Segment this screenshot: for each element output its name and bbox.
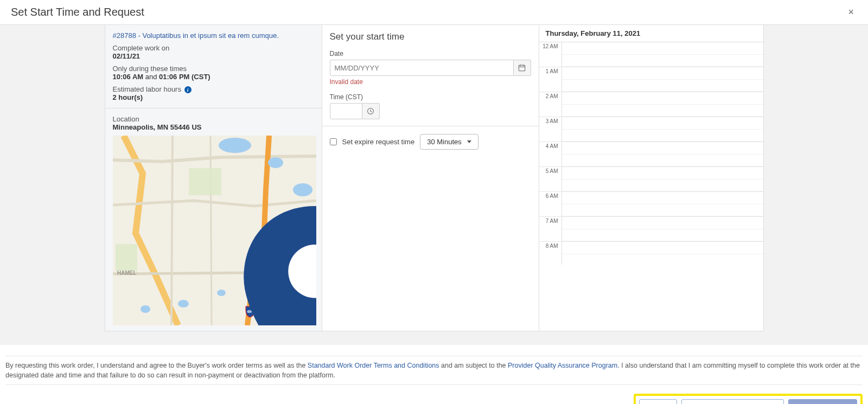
complete-value: 02/11/21 xyxy=(113,52,314,60)
hour-label: 2 AM xyxy=(539,92,562,117)
left-column: #28788 - Voluptatibus in et ipsum sit ea… xyxy=(105,25,322,331)
hour-row[interactable]: 6 AM xyxy=(539,192,763,217)
svg-point-7 xyxy=(293,183,312,196)
est-label: Estimated labor hours xyxy=(113,85,183,93)
hour-slot[interactable] xyxy=(562,242,763,265)
hour-slot[interactable] xyxy=(562,92,763,117)
location-label: Location xyxy=(113,115,314,123)
est-label-row: Estimated labor hours i xyxy=(113,85,314,93)
footer-text-1: By requesting this work order, I underst… xyxy=(5,362,308,369)
date-input-group xyxy=(330,60,531,76)
calendar-icon[interactable] xyxy=(514,60,531,76)
close-icon[interactable]: × xyxy=(845,5,857,19)
svg-line-18 xyxy=(371,111,372,112)
svg-point-5 xyxy=(178,300,189,307)
hour-label: 5 AM xyxy=(539,167,562,191)
svg-rect-9 xyxy=(189,168,221,195)
time-input[interactable] xyxy=(330,103,362,119)
svg-point-8 xyxy=(141,305,150,313)
svg-point-1 xyxy=(219,138,251,153)
clock-icon[interactable] xyxy=(362,103,380,119)
modal-title: Set Start Time and Request xyxy=(11,6,144,18)
action-highlight: Cancel Request Without Start Time Set an… xyxy=(634,394,863,404)
expire-section: Set expire request time 30 Minutes xyxy=(322,126,539,157)
wo-summary: #28788 - Voluptatibus in et ipsum sit ea… xyxy=(105,25,322,108)
map-city-label: HAMEL xyxy=(117,270,137,276)
hour-slot[interactable] xyxy=(562,167,763,191)
info-icon[interactable]: i xyxy=(184,86,192,93)
content-wrap: #28788 - Voluptatibus in et ipsum sit ea… xyxy=(0,25,868,345)
hour-row[interactable]: 2 AM xyxy=(539,92,763,117)
date-input[interactable] xyxy=(330,60,514,76)
hour-label: 6 AM xyxy=(539,192,562,216)
request-without-start-button[interactable]: Request Without Start Time xyxy=(681,399,784,404)
expire-checkbox[interactable] xyxy=(330,138,337,145)
svg-point-2 xyxy=(268,157,283,168)
time-input-group xyxy=(330,103,531,119)
cancel-button[interactable]: Cancel xyxy=(639,399,677,404)
day-header: Thursday, February 11, 2021 xyxy=(539,25,763,42)
hour-label: 4 AM xyxy=(539,142,562,166)
set-and-request-button[interactable]: Set and Request xyxy=(788,399,857,404)
start-time-form: Set your start time Date Invalid date Ti… xyxy=(322,25,539,126)
date-error: Invalid date xyxy=(330,78,531,86)
expire-label: Set expire request time xyxy=(342,138,415,146)
calendar-scroll[interactable]: 12 AM1 AM2 AM3 AM4 AM5 AM6 AM7 AM8 AM9 A… xyxy=(539,42,763,265)
hour-row[interactable]: 7 AM xyxy=(539,217,763,242)
footer-text-2: and am subject to the xyxy=(439,362,508,369)
expire-dropdown[interactable]: 30 Minutes xyxy=(420,134,478,150)
panel-container: #28788 - Voluptatibus in et ipsum sit ea… xyxy=(105,25,764,331)
hour-row[interactable]: 4 AM xyxy=(539,142,763,167)
hour-row[interactable]: 8 AM xyxy=(539,242,763,265)
hour-slot[interactable] xyxy=(562,117,763,142)
workorder-link[interactable]: #28788 - Voluptatibus in et ipsum sit ea… xyxy=(113,31,279,40)
hour-slot[interactable] xyxy=(562,192,763,216)
only-times-label: Only during these times xyxy=(113,65,314,73)
time-start: 10:06 AM xyxy=(113,73,144,81)
terms-link[interactable]: Standard Work Order Terms and Conditions xyxy=(308,362,439,369)
hour-row[interactable]: 5 AM xyxy=(539,167,763,192)
svg-rect-10 xyxy=(116,244,137,271)
modal-header: Set Start Time and Request × xyxy=(0,0,868,25)
caret-down-icon xyxy=(467,140,471,143)
date-label: Date xyxy=(330,50,531,57)
hour-label: 1 AM xyxy=(539,67,562,92)
complete-label: Complete work on xyxy=(113,44,314,52)
map[interactable]: 494 HAMEL xyxy=(113,136,316,325)
hour-label: 3 AM xyxy=(539,117,562,142)
quality-link[interactable]: Provider Quality Assurance Program xyxy=(508,362,617,369)
footer: By requesting this work order, I underst… xyxy=(0,345,868,392)
hour-slot[interactable] xyxy=(562,42,763,67)
hour-row[interactable]: 12 AM xyxy=(539,42,763,67)
time-label: Time (CST) xyxy=(330,93,531,101)
hour-label: 8 AM xyxy=(539,242,562,265)
time-window: 10:06 AM and 01:06 PM (CST) xyxy=(113,73,314,81)
hour-row[interactable]: 3 AM xyxy=(539,117,763,142)
hour-row[interactable]: 1 AM xyxy=(539,67,763,92)
set-start-heading: Set your start time xyxy=(330,31,531,42)
hour-slot[interactable] xyxy=(562,67,763,92)
map-marker-icon xyxy=(213,206,316,325)
middle-column: Set your start time Date Invalid date Ti… xyxy=(322,25,539,331)
hour-slot[interactable] xyxy=(562,217,763,241)
est-value: 2 hour(s) xyxy=(113,93,314,101)
hour-label: 7 AM xyxy=(539,217,562,241)
location-section: Location Minneapolis, MN 55446 US xyxy=(105,108,322,131)
time-end: 01:06 PM (CST) xyxy=(159,73,210,81)
hour-slot[interactable] xyxy=(562,142,763,166)
hour-label: 12 AM xyxy=(539,42,562,67)
svg-rect-12 xyxy=(519,65,525,71)
time-and: and xyxy=(143,73,159,81)
location-value: Minneapolis, MN 55446 US xyxy=(113,123,314,131)
expire-value: 30 Minutes xyxy=(427,138,462,146)
right-column: Thursday, February 11, 2021 12 AM1 AM2 A… xyxy=(539,25,763,331)
button-row: Cancel Request Without Start Time Set an… xyxy=(0,392,868,404)
